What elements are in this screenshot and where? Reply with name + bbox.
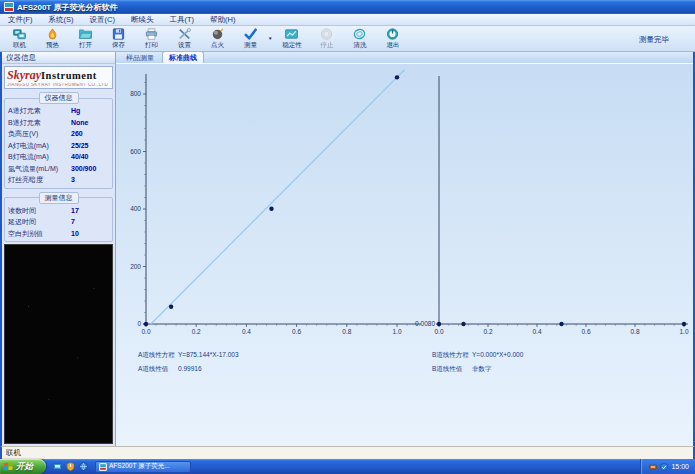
toolbar-button-open[interactable]: 打开	[69, 27, 102, 51]
svg-text:800: 800	[130, 90, 141, 97]
info-row-value: 3	[71, 174, 109, 186]
toolbar-button-measure[interactable]: 测量	[234, 27, 267, 51]
measurement-status-text: 测量完毕	[639, 35, 669, 45]
quick-launch-browser-icon[interactable]	[79, 462, 88, 471]
toolbar-button-preheat[interactable]: 预热	[36, 27, 69, 51]
task-app-icon	[99, 463, 107, 471]
taskbar-clock: 15:00	[671, 463, 689, 470]
toolbar-button-connect-label: 联机	[13, 41, 26, 50]
tab-bar: 样品测量标准曲线	[116, 52, 693, 64]
svg-text:0.6: 0.6	[581, 328, 590, 335]
svg-text:0.4: 0.4	[532, 328, 541, 335]
taskbar-task-button[interactable]: AFS200T 原子荧光...	[95, 461, 191, 473]
b-linearity-label: B道线性值	[432, 362, 472, 376]
info-row: 读数时间17	[8, 205, 109, 217]
toolbar-button-stability-label: 稳定性	[282, 41, 302, 50]
info-row-label: 负高压(V)	[8, 128, 71, 140]
tray-device-icon[interactable]	[649, 463, 657, 471]
info-row-value: 17	[71, 205, 109, 217]
toolbar-button-stop-label: 停止	[320, 41, 333, 50]
svg-text:200: 200	[130, 263, 141, 270]
info-row: B道灯元素None	[8, 117, 109, 129]
measure-info-caption: 测量信息	[39, 192, 79, 204]
info-row-value: 25/25	[71, 140, 109, 152]
exit-power-icon	[385, 28, 400, 40]
toolbar-button-settings[interactable]: 设置	[168, 27, 201, 51]
content-area: 样品测量标准曲线 0.00.20.40.60.81.00200400600800…	[116, 52, 693, 446]
toolbar-button-exit[interactable]: 退出	[376, 27, 409, 51]
tab-sample-measurement[interactable]: 样品测量	[120, 52, 160, 63]
info-row-label: A灯电流(mA)	[8, 140, 71, 152]
a-equation-value: Y=875.144*X-17.003	[178, 348, 239, 362]
svg-text:0.0: 0.0	[434, 328, 443, 335]
ignite-icon	[210, 28, 225, 40]
b-equation-label: B道线性方程	[432, 348, 472, 362]
b-linearity-value: 非数字	[472, 362, 492, 376]
info-row: 灯丝亮暗度3	[8, 174, 109, 186]
stop-icon	[319, 28, 334, 40]
svg-text:0.0080: 0.0080	[415, 320, 435, 327]
info-row-value: None	[71, 117, 109, 129]
toolbar-button-save[interactable]: 保存	[102, 27, 135, 51]
menu-item-settings[interactable]: 设置(C)	[82, 14, 123, 26]
svg-text:0.8: 0.8	[342, 328, 351, 335]
start-button[interactable]: 开始	[0, 459, 46, 474]
svg-text:0.8: 0.8	[630, 328, 639, 335]
info-row: A灯电流(mA)25/25	[8, 140, 109, 152]
info-row: 氩气流量(mL/M)300/900	[8, 163, 109, 175]
toolbar-button-measure-label: 测量	[244, 41, 257, 50]
instrument-info-caption: 仪器信息	[39, 92, 79, 104]
a-linearity-label: A道线性值	[138, 362, 178, 376]
info-row-value: 260	[71, 128, 109, 140]
application-window: AFS200T 原子荧光分析软件 文件(F)系统(S)设置(C)断续头工具(T)…	[0, 0, 695, 474]
menu-item-tools[interactable]: 工具(T)	[162, 14, 203, 26]
tray-status-icon[interactable]	[660, 463, 668, 471]
toolbar-button-ignite-label: 点火	[211, 41, 224, 50]
start-button-label: 开始	[16, 461, 33, 473]
logo-brand-red: Skyray	[7, 68, 41, 82]
svg-text:0.2: 0.2	[483, 328, 492, 335]
toolbar-button-open-label: 打开	[79, 41, 92, 50]
svg-text:0.6: 0.6	[292, 328, 301, 335]
menu-item-sampler-head[interactable]: 断续头	[123, 14, 162, 26]
logo-brand-black: Instrument	[41, 70, 97, 81]
taskbar: 开始 AFS200T 原子荧光... 15:00	[0, 459, 695, 474]
measure-dropdown-arrow-icon[interactable]: ▼	[268, 36, 272, 41]
menu-item-file[interactable]: 文件(F)	[0, 14, 41, 26]
info-row-label: 灯丝亮暗度	[8, 174, 71, 186]
quick-launch-shield-icon[interactable]	[66, 462, 75, 471]
b-channel-equation-block: B道线性方程 Y=0.000*X+0.000 B道线性值 非数字	[432, 348, 523, 376]
logo-subtext: JIANGSU SKYRAY INSTRUMENT CO.,LTD	[7, 83, 110, 88]
toolbar-button-clean[interactable]: 清洗	[343, 27, 376, 51]
svg-text:600: 600	[130, 148, 141, 155]
menu-item-help[interactable]: 帮助(H)	[202, 14, 243, 26]
toolbar-button-save-label: 保存	[112, 41, 125, 50]
settings-tools-icon	[177, 28, 192, 40]
title-bar[interactable]: AFS200T 原子荧光分析软件	[0, 0, 695, 14]
tab-standard-curve[interactable]: 标准曲线	[162, 51, 204, 63]
a-equation-label: A道线性方程	[138, 348, 178, 362]
menu-item-system[interactable]: 系统(S)	[41, 14, 82, 26]
preheat-flame-icon	[45, 28, 60, 40]
info-row-label: 读数时间	[8, 205, 71, 217]
svg-text:400: 400	[130, 205, 141, 212]
info-row-value: 300/900	[71, 163, 109, 175]
menu-bar: 文件(F)系统(S)设置(C)断续头工具(T)帮助(H)	[0, 14, 695, 26]
toolbar-button-print[interactable]: 打印	[135, 27, 168, 51]
toolbar-button-stability[interactable]: 稳定性	[273, 27, 310, 51]
toolbar-button-clean-label: 清洗	[353, 41, 366, 50]
info-row: 延迟时间7	[8, 216, 109, 228]
svg-text:1.0: 1.0	[679, 328, 688, 335]
save-floppy-icon	[111, 28, 126, 40]
toolbar-button-exit-label: 退出	[386, 41, 399, 50]
connection-status: 联机	[6, 448, 21, 457]
svg-text:0: 0	[137, 320, 141, 327]
info-row-label: 空白判别值	[8, 228, 71, 240]
quick-launch-blue-icon[interactable]	[53, 462, 62, 471]
info-row: B灯电流(mA)40/40	[8, 151, 109, 163]
toolbar-button-ignite[interactable]: 点火	[201, 27, 234, 51]
toolbar-button-connect[interactable]: 联机	[3, 27, 36, 51]
toolbar-button-settings-label: 设置	[178, 41, 191, 50]
quick-launch-bar	[46, 462, 95, 471]
window-title: AFS200T 原子荧光分析软件	[17, 2, 117, 13]
